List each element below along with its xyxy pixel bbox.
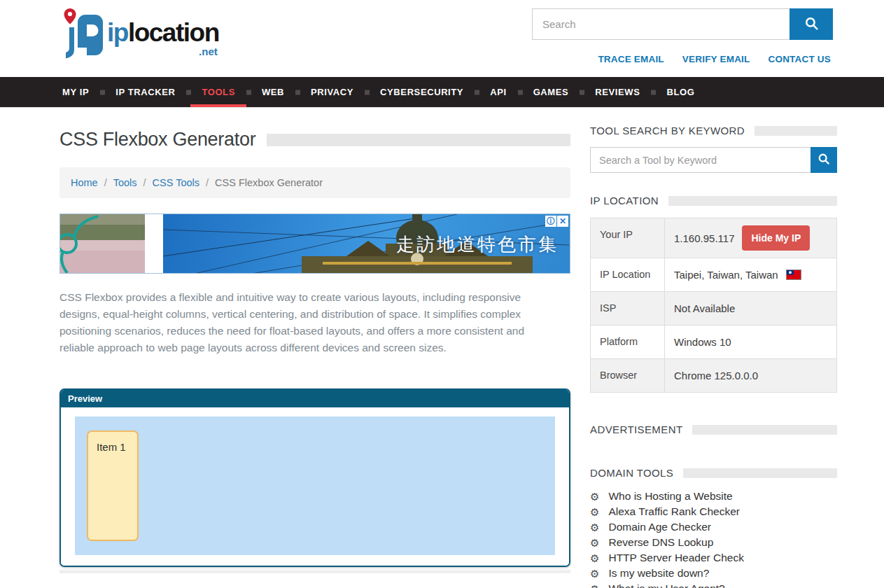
ad-banner: 走訪地道特色市集 ⓘ ✕ bbox=[59, 214, 570, 274]
ip-table-row: Platform Windows 10 bbox=[591, 326, 836, 359]
nav-item-label: GAMES bbox=[533, 87, 569, 97]
domain-tool-label: Domain Age Checker bbox=[608, 522, 710, 533]
nav-item[interactable]: BLOG bbox=[653, 77, 708, 107]
breadcrumb-link[interactable]: CSS Tools bbox=[153, 177, 199, 188]
sidebar: TOOL SEARCH BY KEYWORD IP LOCATION bbox=[590, 125, 837, 588]
nav-item-label: CYBERSECURITY bbox=[380, 87, 463, 97]
domain-tool-link[interactable]: ⚙ Is my website down? bbox=[590, 568, 837, 579]
ad-gap bbox=[145, 214, 163, 273]
main-content: CSS Flexbox Generator Home / Tools / CSS… bbox=[59, 125, 837, 588]
domain-tool-link[interactable]: ⚙ Who is Hosting a Website bbox=[590, 491, 837, 502]
logo-ip-pin-icon bbox=[59, 7, 104, 67]
ip-row-label: Your IP bbox=[591, 218, 665, 258]
ad-info-icon[interactable]: ⓘ bbox=[545, 216, 556, 227]
flex-preview-container: Item 1 bbox=[75, 416, 555, 555]
header-link[interactable]: VERIFY EMAIL bbox=[682, 54, 750, 64]
breadcrumb-link[interactable]: Home bbox=[71, 177, 98, 188]
nav-item-label: TOOLS bbox=[202, 87, 235, 97]
nav-item-label: API bbox=[490, 87, 506, 97]
header-search-button[interactable] bbox=[790, 8, 833, 40]
page-title: CSS Flexbox Generator bbox=[59, 129, 255, 150]
ad-choice-icons: ⓘ ✕ bbox=[545, 216, 568, 227]
nav-item[interactable]: WEB bbox=[248, 77, 297, 107]
nav-item-label: WEB bbox=[262, 87, 284, 97]
tool-search-heading: TOOL SEARCH BY KEYWORD bbox=[590, 125, 745, 136]
tool-search-heading-row: TOOL SEARCH BY KEYWORD bbox=[590, 125, 837, 136]
breadcrumb-separator: / bbox=[104, 177, 107, 188]
domain-tool-label: Is my website down? bbox=[608, 568, 709, 579]
gear-icon: ⚙ bbox=[590, 584, 599, 588]
domain-tool-label: What is my User Agent? bbox=[608, 583, 724, 588]
ip-row-label: IP Location bbox=[591, 258, 665, 291]
domain-tool-link[interactable]: ⚙ Alexa Traffic Rank Checker bbox=[590, 506, 837, 517]
header-link[interactable]: CONTACT US bbox=[769, 54, 832, 64]
nav-item-label: PRIVACY bbox=[311, 87, 353, 97]
content-column: CSS Flexbox Generator Home / Tools / CSS… bbox=[59, 125, 570, 588]
logo-ip-text: ip bbox=[107, 18, 128, 47]
ip-table-row: IP Location Taipei, Taiwan, Taiwan bbox=[591, 258, 836, 292]
header-search-input[interactable] bbox=[532, 8, 790, 40]
tool-search-button[interactable] bbox=[811, 147, 837, 173]
heading-decorative-bar bbox=[668, 196, 837, 206]
ip-row-label: ISP bbox=[591, 292, 665, 325]
ad-close-icon[interactable]: ✕ bbox=[557, 216, 568, 227]
domain-tool-link[interactable]: ⚙ HTTP Server Header Check bbox=[590, 552, 837, 564]
nav-item[interactable]: API bbox=[477, 77, 519, 107]
ip-row-value-cell: 1.160.95.117 Hide My IP bbox=[665, 218, 836, 258]
tool-search-input[interactable] bbox=[590, 147, 811, 173]
nav-item[interactable]: TOOLS bbox=[188, 77, 248, 107]
flex-preview-item: Item 1 bbox=[87, 430, 139, 541]
heading-decorative-bar bbox=[683, 468, 837, 478]
advertisement-heading-row: ADVERTISEMENT bbox=[590, 424, 837, 435]
heading-decorative-bar bbox=[755, 126, 837, 136]
tool-search bbox=[590, 147, 837, 173]
domain-tool-label: Reverse DNS Lookup bbox=[608, 537, 713, 548]
tool-description: CSS Flexbox provides a flexible and intu… bbox=[59, 289, 554, 356]
page-title-row: CSS Flexbox Generator bbox=[59, 129, 570, 150]
ip-row-value: Chrome 125.0.0.0 bbox=[674, 370, 758, 382]
breadcrumb-item: Home bbox=[71, 177, 98, 188]
header-link[interactable]: TRACE EMAIL bbox=[598, 54, 664, 64]
nav-item-label: BLOG bbox=[666, 87, 694, 97]
nav-item[interactable]: MY IP bbox=[49, 77, 102, 107]
site-logo[interactable]: iplocation .net bbox=[59, 7, 219, 67]
advertisement-heading: ADVERTISEMENT bbox=[590, 424, 682, 435]
site-header: iplocation .net TRACE EMAIL VERIFY EMAIL… bbox=[0, 0, 884, 77]
search-icon bbox=[818, 153, 830, 167]
breadcrumb-link[interactable]: Tools bbox=[113, 177, 137, 188]
title-decorative-bar bbox=[267, 134, 570, 146]
nav-item[interactable]: REVIEWS bbox=[582, 77, 653, 107]
nav-item-label: IP TRACKER bbox=[115, 87, 175, 97]
ip-row-value-cell: Windows 10 bbox=[665, 326, 836, 358]
ip-row-value: Taipei, Taiwan, Taiwan bbox=[674, 269, 778, 281]
domain-tool-link[interactable]: ⚙ Reverse DNS Lookup bbox=[590, 537, 837, 548]
nav-item[interactable]: GAMES bbox=[520, 77, 582, 107]
domain-tool-link[interactable]: ⚙ Domain Age Checker bbox=[590, 522, 837, 533]
domain-tool-label: Alexa Traffic Rank Checker bbox=[608, 506, 740, 517]
breadcrumb: Home / Tools / CSS Tools / CSS Flexbox G… bbox=[59, 167, 570, 198]
logo-net-text: .net bbox=[107, 46, 219, 57]
nav-item[interactable]: CYBERSECURITY bbox=[367, 77, 477, 107]
ad-left-image[interactable] bbox=[60, 214, 145, 273]
ad-main-image[interactable]: 走訪地道特色市集 ⓘ ✕ bbox=[163, 214, 570, 273]
ip-row-value: Not Available bbox=[674, 302, 735, 314]
breadcrumb-link[interactable]: CSS Flexbox Generator bbox=[215, 177, 323, 188]
breadcrumb-item: / CSS Tools bbox=[137, 177, 199, 188]
hide-my-ip-button[interactable]: Hide My IP bbox=[742, 225, 810, 251]
breadcrumb-item: / Tools bbox=[98, 177, 137, 188]
nav-item[interactable]: PRIVACY bbox=[297, 77, 367, 107]
domain-tool-link[interactable]: ⚙ What is my User Agent? bbox=[590, 583, 837, 588]
domain-tool-label: Who is Hosting a Website bbox=[608, 491, 732, 502]
domain-tools-heading-row: DOMAIN TOOLS bbox=[590, 467, 837, 479]
gear-icon: ⚙ bbox=[590, 507, 599, 517]
domain-tools-list: ⚙ Who is Hosting a Website ⚙ Alexa Traff… bbox=[590, 491, 837, 588]
nav-item[interactable]: IP TRACKER bbox=[102, 77, 188, 107]
ip-table-row: Browser Chrome 125.0.0.0 bbox=[591, 359, 836, 392]
ip-location-heading-row: IP LOCATION bbox=[590, 195, 837, 206]
domain-tool-label: HTTP Server Header Check bbox=[608, 552, 744, 564]
preview-panel-header: Preview bbox=[61, 390, 569, 407]
preview-panel: Preview Item 1 bbox=[59, 388, 570, 567]
gear-icon: ⚙ bbox=[590, 538, 599, 548]
main-nav: MY IP IP TRACKER TOOLS WEB PRIVACY CYBER… bbox=[0, 77, 884, 108]
nav-item-label: REVIEWS bbox=[595, 87, 640, 97]
